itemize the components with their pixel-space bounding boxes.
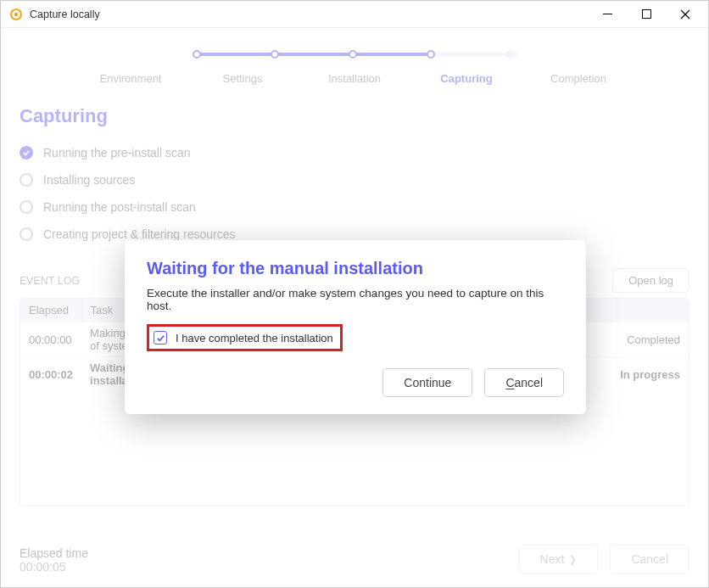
minimize-button[interactable] (588, 1, 627, 28)
app-icon (9, 8, 23, 21)
checkbox-label[interactable]: I have completed the installation (176, 332, 333, 344)
continue-button[interactable]: Continue (382, 368, 472, 397)
maximize-button[interactable] (627, 1, 666, 28)
modal-subtitle: Execute the installer and/or make system… (147, 287, 564, 312)
svg-point-1 (14, 12, 18, 15)
modal-dialog: Waiting for the manual installation Exec… (125, 240, 586, 414)
svg-rect-3 (642, 10, 650, 19)
titlebar: Capture locally (1, 1, 708, 28)
close-button[interactable] (666, 1, 705, 28)
window-title: Capture locally (30, 8, 588, 20)
highlighted-checkbox-area: I have completed the installation (147, 324, 343, 351)
installation-complete-checkbox[interactable] (154, 331, 167, 344)
modal-cancel-button[interactable]: Cancel (484, 368, 564, 397)
modal-title: Waiting for the manual installation (147, 259, 564, 278)
